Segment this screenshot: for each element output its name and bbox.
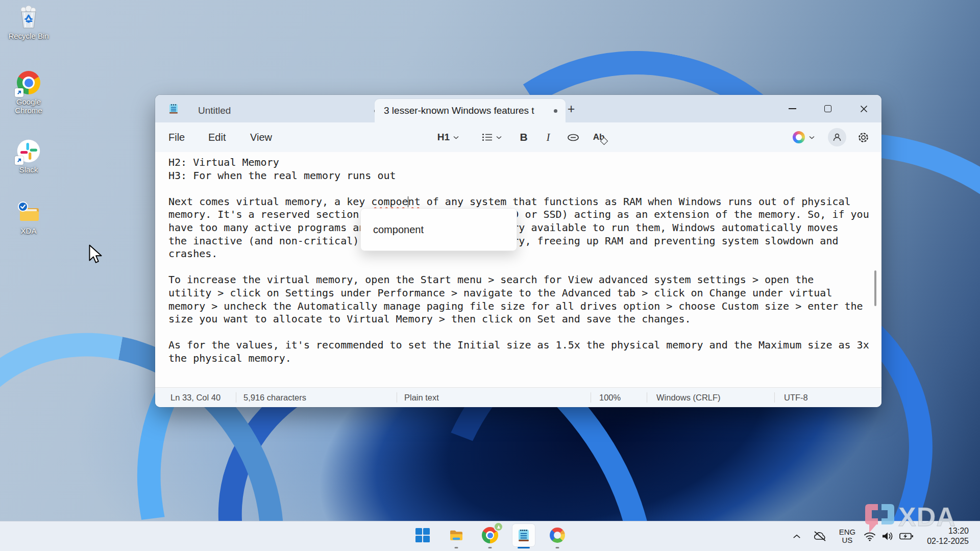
status-encoding: UTF-8: [775, 392, 881, 403]
taskbar: ENG US: [0, 521, 980, 551]
misspelled-word[interactable]: compoe: [371, 195, 408, 208]
language-line1: ENG: [839, 528, 856, 536]
heading-style-button[interactable]: H1: [431, 128, 465, 147]
tab-label: Untitled: [198, 105, 231, 116]
file-explorer-button[interactable]: [445, 524, 468, 546]
italic-button[interactable]: I: [539, 128, 557, 147]
editor-scrollbar-thumb[interactable]: [874, 270, 876, 306]
menu-file[interactable]: File: [165, 122, 188, 152]
settings-button[interactable]: [854, 128, 872, 146]
desktop-icon-slack[interactable]: Slack: [4, 139, 53, 174]
misspelled-word[interactable]: nt: [408, 195, 421, 208]
status-char-count: 5,916 characters: [236, 392, 397, 403]
desktop-icon-label: XDA: [4, 227, 53, 235]
cloud-off-icon: [813, 531, 827, 542]
shortcut-arrow-icon: [15, 88, 23, 97]
status-cursor-position: Ln 33, Col 40: [155, 392, 236, 403]
wifi-button[interactable]: [863, 532, 877, 541]
chrome-icon: [482, 527, 498, 543]
notepad-icon: [516, 528, 531, 543]
desktop-icon-google-chrome[interactable]: Google Chrome: [4, 70, 53, 115]
browser-ring-icon: [550, 528, 565, 543]
bold-button[interactable]: B: [514, 128, 533, 147]
taskbar-clock[interactable]: 13:20 02-12-2025: [927, 526, 969, 546]
editor-line: have too many active programs and don't …: [168, 221, 881, 235]
formatting-toolbar: H1 B I: [431, 122, 610, 152]
editor-line: [168, 261, 881, 274]
hyperlink-button[interactable]: [564, 128, 582, 147]
minimize-button[interactable]: [774, 95, 810, 122]
volume-button[interactable]: [880, 531, 895, 541]
status-zoom-level[interactable]: 100%: [591, 392, 647, 403]
heading-label: H1: [437, 132, 450, 143]
desktop: Recycle Bin Google Chrome Slack: [0, 0, 980, 551]
system-tray: ENG US: [790, 521, 980, 551]
link-icon: [567, 134, 579, 141]
list-button[interactable]: [476, 128, 507, 147]
desktop-icon-recycle-bin[interactable]: Recycle Bin: [4, 5, 53, 40]
clock-time: 13:20: [927, 526, 969, 536]
chrome-taskbar-button[interactable]: [479, 524, 501, 546]
wifi-icon: [864, 532, 876, 541]
copilot-button[interactable]: [793, 131, 815, 143]
close-icon: [860, 105, 868, 113]
notepad-app-icon: [167, 103, 180, 115]
language-indicator[interactable]: ENG US: [839, 528, 856, 544]
chevron-down-icon: [496, 136, 502, 139]
menu-view[interactable]: View: [247, 122, 275, 152]
chrome-profile-badge: [494, 522, 503, 532]
minimize-icon: [789, 108, 796, 109]
notepad-toolbar: File Edit View H1 B I: [155, 122, 881, 152]
editor-line: To increase the virtual memory, open the…: [168, 273, 881, 287]
clear-formatting-button[interactable]: Ab: [587, 128, 610, 147]
chevron-down-icon: [453, 136, 459, 139]
spellcheck-suggestion-popup[interactable]: component: [360, 208, 517, 251]
shortcut-arrow-icon: [15, 156, 23, 165]
windows-logo-icon: [415, 528, 430, 543]
editor-line: H3: For when the real memory runs out: [168, 169, 881, 183]
recycle-bin-icon: [16, 5, 41, 30]
suggestion-item[interactable]: component: [373, 224, 424, 236]
language-line2: US: [839, 536, 856, 544]
desktop-icon-label: Slack: [4, 165, 53, 174]
desktop-icon-label: Recycle Bin: [4, 32, 53, 40]
editor-line: [168, 326, 881, 339]
tray-chevron-up-button[interactable]: [790, 534, 803, 539]
text-editor-area[interactable]: H2: Virtual MemoryH3: For when the real …: [155, 152, 881, 388]
maximize-button[interactable]: [810, 95, 846, 122]
start-button[interactable]: [411, 524, 434, 546]
tab-untitled[interactable]: Untitled: [186, 99, 386, 122]
browser-taskbar-button[interactable]: [546, 524, 569, 546]
running-indicator: [455, 547, 458, 548]
chevron-up-icon: [793, 534, 801, 539]
status-bar: Ln 33, Col 40 5,916 characters Plain tex…: [155, 387, 881, 407]
editor-line: the inactive (and non-critical) ones to …: [168, 235, 881, 248]
active-running-indicator: [518, 547, 530, 548]
folder-icon: [16, 200, 41, 224]
menu-edit[interactable]: Edit: [205, 122, 229, 152]
account-button[interactable]: [828, 128, 846, 146]
editor-line: size you want to allocate to Virtual Mem…: [168, 313, 881, 326]
speaker-icon: [881, 531, 894, 541]
running-indicator: [488, 547, 492, 548]
slack-icon: [16, 139, 41, 163]
notepad-taskbar-button[interactable]: [512, 524, 535, 546]
tab-active-article[interactable]: 3 lesser-known Windows features t: [375, 99, 566, 122]
status-line-endings: Windows (CRLF): [647, 392, 775, 403]
battery-button[interactable]: [898, 532, 915, 541]
editor-lines: H2: Virtual MemoryH3: For when the real …: [168, 156, 881, 365]
editor-line: As for the values, it's recommended to s…: [168, 339, 881, 352]
notepad-window: Untitled 3 lesser-known Windows features…: [155, 95, 881, 407]
new-tab-button[interactable]: +: [564, 101, 579, 116]
toolbar-right-tools: [793, 122, 872, 152]
onedrive-paused-button[interactable]: [812, 531, 828, 542]
notepad-tab-bar: Untitled 3 lesser-known Windows features…: [155, 95, 881, 122]
close-button[interactable]: [846, 95, 881, 122]
taskbar-center-icons: [411, 524, 569, 546]
window-controls: [774, 95, 881, 122]
maximize-icon: [824, 105, 831, 112]
desktop-icon-xda-folder[interactable]: XDA: [4, 200, 53, 235]
tab-label: 3 lesser-known Windows features t: [384, 105, 534, 116]
editor-line: crashes.: [168, 247, 881, 261]
editor-line: H2: Virtual Memory: [168, 156, 881, 169]
